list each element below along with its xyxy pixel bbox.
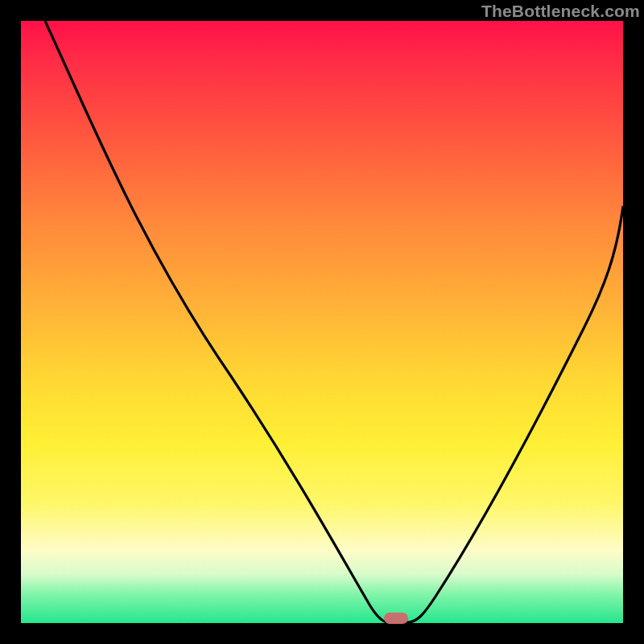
curve-right-branch [409,206,623,622]
plot-area [21,21,623,623]
curve-left-branch [45,21,387,622]
watermark-text: TheBottleneck.com [481,2,640,21]
chart-frame: TheBottleneck.com [0,0,644,644]
optimal-point-marker [384,613,408,624]
bottleneck-curve [21,21,623,623]
